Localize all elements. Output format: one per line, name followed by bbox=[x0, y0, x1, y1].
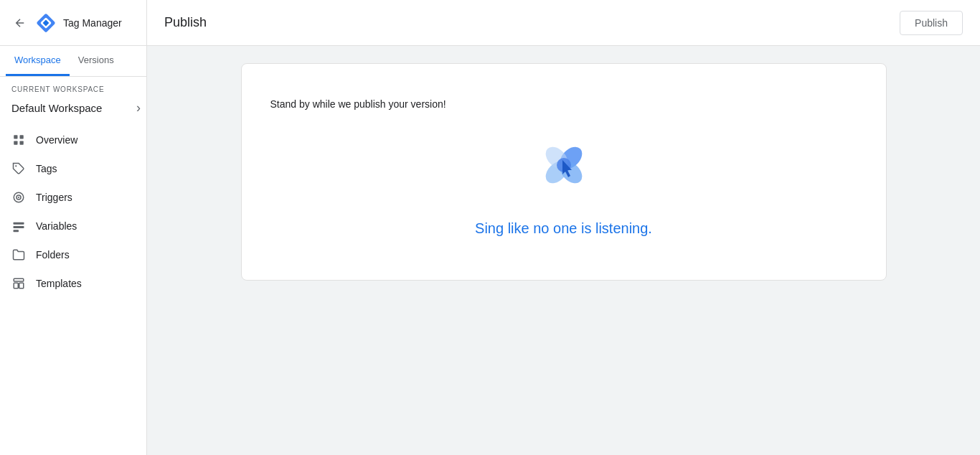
publish-quote: Sing like no one is listening. bbox=[475, 220, 652, 237]
nav-label-overview: Overview bbox=[36, 134, 77, 146]
publish-card: Stand by while we publish your version! bbox=[241, 63, 887, 281]
loading-flower-icon bbox=[532, 133, 596, 197]
svg-rect-3 bbox=[14, 135, 17, 139]
svg-rect-15 bbox=[14, 283, 18, 289]
overview-icon bbox=[11, 133, 26, 147]
nav-item-variables[interactable]: Variables bbox=[0, 212, 146, 240]
nav-label-folders: Folders bbox=[36, 249, 70, 261]
svg-rect-14 bbox=[14, 278, 24, 281]
publish-button[interactable]: Publish bbox=[900, 11, 963, 35]
nav-item-folders[interactable]: Folders bbox=[0, 240, 146, 269]
nav-item-overview[interactable]: Overview bbox=[0, 126, 146, 154]
sidebar-tabs: Workspace Versions bbox=[0, 46, 146, 77]
dialog-body: Stand by while we publish your version! bbox=[147, 46, 980, 455]
dialog-header: Publish Publish bbox=[147, 0, 980, 46]
nav-items: Overview Tags Triggers bbox=[0, 126, 146, 298]
svg-rect-11 bbox=[14, 222, 24, 225]
sidebar: Tag Manager Workspace Versions CURRENT W… bbox=[0, 0, 147, 455]
svg-rect-12 bbox=[14, 226, 24, 228]
tab-workspace[interactable]: Workspace bbox=[6, 46, 70, 76]
tab-versions[interactable]: Versions bbox=[70, 46, 123, 76]
sidebar-header: Tag Manager bbox=[0, 0, 146, 46]
svg-rect-4 bbox=[20, 135, 24, 139]
svg-rect-16 bbox=[19, 283, 24, 289]
svg-point-7 bbox=[15, 165, 17, 166]
nav-label-triggers: Triggers bbox=[36, 192, 72, 203]
trigger-icon bbox=[11, 190, 26, 205]
svg-rect-13 bbox=[14, 230, 19, 232]
tag-icon bbox=[11, 161, 26, 176]
nav-item-triggers[interactable]: Triggers bbox=[0, 183, 146, 212]
nav-item-tags[interactable]: Tags bbox=[0, 154, 146, 183]
workspace-name: Default Workspace bbox=[11, 102, 102, 114]
svg-point-10 bbox=[18, 197, 19, 198]
nav-item-templates[interactable]: Templates bbox=[0, 269, 146, 298]
chevron-right-icon: › bbox=[136, 100, 141, 116]
workspace-name-row[interactable]: Default Workspace › bbox=[0, 96, 146, 120]
svg-rect-6 bbox=[20, 141, 24, 145]
app-logo: Tag Manager bbox=[34, 11, 122, 34]
nav-label-variables: Variables bbox=[36, 220, 77, 232]
dialog-overlay: Publish Publish Stand by while we publis… bbox=[147, 0, 980, 455]
current-workspace-label: CURRENT WORKSPACE bbox=[0, 77, 146, 96]
main-area: Publish Publish Stand by while we publis… bbox=[147, 0, 980, 455]
folder-icon bbox=[11, 248, 26, 262]
publish-status-text: Stand by while we publish your version! bbox=[270, 98, 446, 110]
nav-label-templates: Templates bbox=[36, 278, 82, 289]
back-button[interactable] bbox=[9, 11, 32, 34]
nav-label-tags: Tags bbox=[36, 163, 57, 174]
dialog-title: Publish bbox=[164, 15, 207, 30]
app-title: Tag Manager bbox=[63, 17, 122, 29]
variable-icon bbox=[11, 219, 26, 233]
svg-rect-5 bbox=[14, 141, 17, 145]
template-icon bbox=[11, 276, 26, 291]
